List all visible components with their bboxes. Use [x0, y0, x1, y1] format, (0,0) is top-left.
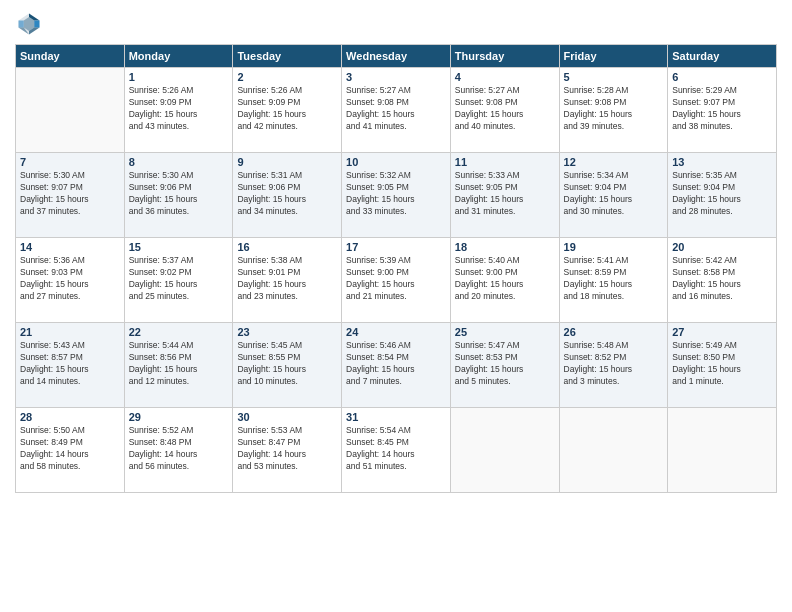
day-info: Sunrise: 5:38 AM Sunset: 9:01 PM Dayligh… [237, 255, 337, 303]
calendar-day-cell: 24Sunrise: 5:46 AM Sunset: 8:54 PM Dayli… [342, 323, 451, 408]
calendar-day-cell: 12Sunrise: 5:34 AM Sunset: 9:04 PM Dayli… [559, 153, 668, 238]
day-number: 6 [672, 71, 772, 83]
day-info: Sunrise: 5:27 AM Sunset: 9:08 PM Dayligh… [455, 85, 555, 133]
day-number: 22 [129, 326, 229, 338]
day-number: 24 [346, 326, 446, 338]
calendar-day-cell: 25Sunrise: 5:47 AM Sunset: 8:53 PM Dayli… [450, 323, 559, 408]
calendar-day-header: Friday [559, 45, 668, 68]
calendar-day-header: Sunday [16, 45, 125, 68]
svg-marker-4 [19, 21, 24, 28]
calendar-day-cell: 7Sunrise: 5:30 AM Sunset: 9:07 PM Daylig… [16, 153, 125, 238]
day-info: Sunrise: 5:33 AM Sunset: 9:05 PM Dayligh… [455, 170, 555, 218]
calendar-day-cell: 13Sunrise: 5:35 AM Sunset: 9:04 PM Dayli… [668, 153, 777, 238]
day-info: Sunrise: 5:54 AM Sunset: 8:45 PM Dayligh… [346, 425, 446, 473]
calendar-day-cell: 17Sunrise: 5:39 AM Sunset: 9:00 PM Dayli… [342, 238, 451, 323]
calendar-day-cell: 21Sunrise: 5:43 AM Sunset: 8:57 PM Dayli… [16, 323, 125, 408]
day-number: 21 [20, 326, 120, 338]
day-info: Sunrise: 5:28 AM Sunset: 9:08 PM Dayligh… [564, 85, 664, 133]
day-number: 14 [20, 241, 120, 253]
day-info: Sunrise: 5:52 AM Sunset: 8:48 PM Dayligh… [129, 425, 229, 473]
calendar-day-cell: 28Sunrise: 5:50 AM Sunset: 8:49 PM Dayli… [16, 408, 125, 493]
day-info: Sunrise: 5:42 AM Sunset: 8:58 PM Dayligh… [672, 255, 772, 303]
day-info: Sunrise: 5:26 AM Sunset: 9:09 PM Dayligh… [237, 85, 337, 133]
calendar-day-header: Thursday [450, 45, 559, 68]
calendar-day-cell: 27Sunrise: 5:49 AM Sunset: 8:50 PM Dayli… [668, 323, 777, 408]
day-info: Sunrise: 5:36 AM Sunset: 9:03 PM Dayligh… [20, 255, 120, 303]
day-info: Sunrise: 5:45 AM Sunset: 8:55 PM Dayligh… [237, 340, 337, 388]
calendar-day-cell: 18Sunrise: 5:40 AM Sunset: 9:00 PM Dayli… [450, 238, 559, 323]
calendar-day-cell: 8Sunrise: 5:30 AM Sunset: 9:06 PM Daylig… [124, 153, 233, 238]
day-number: 28 [20, 411, 120, 423]
day-info: Sunrise: 5:30 AM Sunset: 9:07 PM Dayligh… [20, 170, 120, 218]
day-info: Sunrise: 5:44 AM Sunset: 8:56 PM Dayligh… [129, 340, 229, 388]
calendar-day-cell: 19Sunrise: 5:41 AM Sunset: 8:59 PM Dayli… [559, 238, 668, 323]
day-info: Sunrise: 5:34 AM Sunset: 9:04 PM Dayligh… [564, 170, 664, 218]
calendar-day-cell: 4Sunrise: 5:27 AM Sunset: 9:08 PM Daylig… [450, 68, 559, 153]
day-info: Sunrise: 5:31 AM Sunset: 9:06 PM Dayligh… [237, 170, 337, 218]
day-number: 19 [564, 241, 664, 253]
calendar-day-cell: 15Sunrise: 5:37 AM Sunset: 9:02 PM Dayli… [124, 238, 233, 323]
day-number: 3 [346, 71, 446, 83]
logo-icon [15, 10, 43, 38]
day-number: 30 [237, 411, 337, 423]
day-number: 26 [564, 326, 664, 338]
calendar-day-cell: 10Sunrise: 5:32 AM Sunset: 9:05 PM Dayli… [342, 153, 451, 238]
day-number: 5 [564, 71, 664, 83]
day-info: Sunrise: 5:30 AM Sunset: 9:06 PM Dayligh… [129, 170, 229, 218]
calendar-week-row: 14Sunrise: 5:36 AM Sunset: 9:03 PM Dayli… [16, 238, 777, 323]
day-number: 25 [455, 326, 555, 338]
day-info: Sunrise: 5:26 AM Sunset: 9:09 PM Dayligh… [129, 85, 229, 133]
calendar-day-cell [16, 68, 125, 153]
day-info: Sunrise: 5:47 AM Sunset: 8:53 PM Dayligh… [455, 340, 555, 388]
calendar-day-cell: 29Sunrise: 5:52 AM Sunset: 8:48 PM Dayli… [124, 408, 233, 493]
day-number: 17 [346, 241, 446, 253]
day-info: Sunrise: 5:27 AM Sunset: 9:08 PM Dayligh… [346, 85, 446, 133]
day-number: 20 [672, 241, 772, 253]
day-number: 1 [129, 71, 229, 83]
day-number: 16 [237, 241, 337, 253]
day-number: 13 [672, 156, 772, 168]
calendar-header-row: SundayMondayTuesdayWednesdayThursdayFrid… [16, 45, 777, 68]
day-info: Sunrise: 5:40 AM Sunset: 9:00 PM Dayligh… [455, 255, 555, 303]
calendar-day-cell: 2Sunrise: 5:26 AM Sunset: 9:09 PM Daylig… [233, 68, 342, 153]
day-info: Sunrise: 5:49 AM Sunset: 8:50 PM Dayligh… [672, 340, 772, 388]
day-info: Sunrise: 5:53 AM Sunset: 8:47 PM Dayligh… [237, 425, 337, 473]
calendar-day-cell [559, 408, 668, 493]
calendar-week-row: 1Sunrise: 5:26 AM Sunset: 9:09 PM Daylig… [16, 68, 777, 153]
day-number: 9 [237, 156, 337, 168]
day-number: 27 [672, 326, 772, 338]
calendar-day-cell: 3Sunrise: 5:27 AM Sunset: 9:08 PM Daylig… [342, 68, 451, 153]
calendar-day-header: Wednesday [342, 45, 451, 68]
day-number: 29 [129, 411, 229, 423]
calendar-week-row: 7Sunrise: 5:30 AM Sunset: 9:07 PM Daylig… [16, 153, 777, 238]
day-number: 18 [455, 241, 555, 253]
calendar-day-cell: 6Sunrise: 5:29 AM Sunset: 9:07 PM Daylig… [668, 68, 777, 153]
calendar-day-cell: 26Sunrise: 5:48 AM Sunset: 8:52 PM Dayli… [559, 323, 668, 408]
calendar-day-header: Tuesday [233, 45, 342, 68]
day-number: 23 [237, 326, 337, 338]
day-number: 8 [129, 156, 229, 168]
calendar-day-cell: 1Sunrise: 5:26 AM Sunset: 9:09 PM Daylig… [124, 68, 233, 153]
day-number: 4 [455, 71, 555, 83]
header [15, 10, 777, 38]
day-number: 31 [346, 411, 446, 423]
calendar-week-row: 21Sunrise: 5:43 AM Sunset: 8:57 PM Dayli… [16, 323, 777, 408]
day-info: Sunrise: 5:37 AM Sunset: 9:02 PM Dayligh… [129, 255, 229, 303]
calendar-day-cell: 16Sunrise: 5:38 AM Sunset: 9:01 PM Dayli… [233, 238, 342, 323]
day-info: Sunrise: 5:46 AM Sunset: 8:54 PM Dayligh… [346, 340, 446, 388]
day-info: Sunrise: 5:43 AM Sunset: 8:57 PM Dayligh… [20, 340, 120, 388]
day-info: Sunrise: 5:35 AM Sunset: 9:04 PM Dayligh… [672, 170, 772, 218]
day-number: 12 [564, 156, 664, 168]
calendar-day-cell: 22Sunrise: 5:44 AM Sunset: 8:56 PM Dayli… [124, 323, 233, 408]
calendar-day-cell: 30Sunrise: 5:53 AM Sunset: 8:47 PM Dayli… [233, 408, 342, 493]
svg-marker-2 [34, 21, 39, 28]
calendar-day-cell: 20Sunrise: 5:42 AM Sunset: 8:58 PM Dayli… [668, 238, 777, 323]
day-number: 2 [237, 71, 337, 83]
day-info: Sunrise: 5:48 AM Sunset: 8:52 PM Dayligh… [564, 340, 664, 388]
calendar-day-cell [450, 408, 559, 493]
day-number: 15 [129, 241, 229, 253]
day-info: Sunrise: 5:50 AM Sunset: 8:49 PM Dayligh… [20, 425, 120, 473]
calendar-day-cell: 9Sunrise: 5:31 AM Sunset: 9:06 PM Daylig… [233, 153, 342, 238]
day-info: Sunrise: 5:32 AM Sunset: 9:05 PM Dayligh… [346, 170, 446, 218]
calendar-day-header: Saturday [668, 45, 777, 68]
